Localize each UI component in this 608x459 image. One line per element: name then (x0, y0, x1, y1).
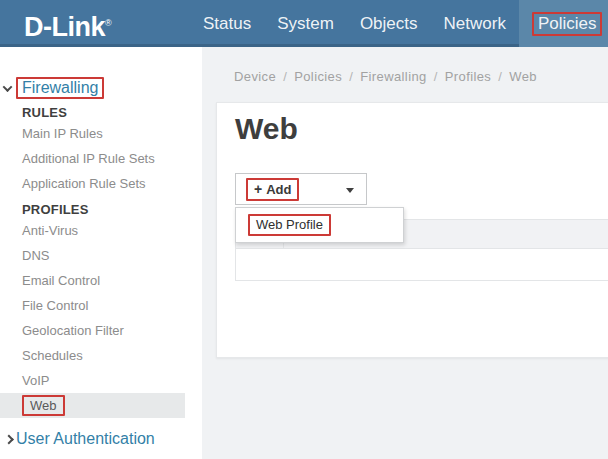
breadcrumb-firewalling[interactable]: Firewalling (360, 69, 427, 84)
nav-policies[interactable]: Policies (519, 0, 608, 47)
top-nav: Status System Objects Network Policies (190, 0, 608, 47)
breadcrumb-policies[interactable]: Policies (294, 69, 342, 84)
nav-network[interactable]: Network (431, 0, 519, 47)
sidebar-item-dns[interactable]: DNS (0, 243, 202, 268)
chevron-down-icon (3, 82, 13, 92)
add-dropdown-menu: Web Profile (235, 207, 404, 243)
sidebar-item-voip[interactable]: VoIP (0, 368, 202, 393)
annotation-box-firewalling: Firewalling (16, 77, 104, 99)
nav-policies-label: Policies (538, 14, 597, 33)
sidebar-item-main-ip-rules[interactable]: Main IP Rules (0, 121, 202, 146)
breadcrumb-device[interactable]: Device (234, 69, 276, 84)
main-content: Device/Policies/Firewalling/Profiles/Web… (202, 47, 608, 459)
sidebar-item-schedules[interactable]: Schedules (0, 343, 202, 368)
sidebar-item-additional-ip-rule-sets[interactable]: Additional IP Rule Sets (0, 146, 202, 171)
firewalling-label: Firewalling (22, 79, 98, 96)
annotation-box-add: +Add (246, 178, 299, 201)
annotation-box-web-profile: Web Profile (248, 214, 331, 236)
top-header: D-Link® Status System Objects Network Po… (0, 0, 608, 47)
breadcrumb-separator: / (349, 69, 353, 84)
sidebar-group-rules: RULES (22, 105, 202, 121)
breadcrumb-separator: / (434, 69, 438, 84)
page-title: Web (235, 109, 608, 149)
nav-status[interactable]: Status (190, 0, 264, 47)
breadcrumb: Device/Policies/Firewalling/Profiles/Web (234, 69, 608, 84)
sidebar-item-geolocation-filter[interactable]: Geolocation Filter (0, 318, 202, 343)
app-window: D-Link® Status System Objects Network Po… (0, 0, 608, 459)
add-button[interactable]: +Add (235, 173, 367, 205)
web-item-label: Web (30, 398, 57, 413)
sidebar-item-email-control[interactable]: Email Control (0, 268, 202, 293)
table-row (235, 249, 608, 281)
nav-system[interactable]: System (264, 0, 347, 47)
sidebar-item-web[interactable]: Web (0, 393, 185, 418)
chevron-right-icon (4, 434, 14, 444)
sidebar: Firewalling RULES Main IP Rules Addition… (0, 47, 202, 459)
plus-icon: + (254, 181, 262, 197)
breadcrumb-profiles[interactable]: Profiles (445, 69, 492, 84)
breadcrumb-separator: / (498, 69, 502, 84)
dlink-logo: D-Link® (24, 7, 111, 43)
content-panel: Web +Add Web Profile (216, 102, 608, 358)
menu-item-web-profile[interactable]: Web Profile (256, 217, 323, 232)
sidebar-group-profiles: PROFILES (22, 202, 202, 218)
sidebar-item-file-control[interactable]: File Control (0, 293, 202, 318)
logo-text: D-Link (24, 12, 105, 42)
annotation-box-policies: Policies (532, 12, 603, 36)
caret-down-icon (346, 188, 354, 193)
sidebar-item-firewalling[interactable]: Firewalling (0, 77, 202, 99)
user-authentication-label: User Authentication (16, 430, 155, 448)
breadcrumb-separator: / (283, 69, 287, 84)
annotation-box-web: Web (22, 395, 65, 416)
sidebar-item-user-authentication[interactable]: User Authentication (0, 428, 202, 450)
registered-mark: ® (105, 18, 111, 28)
add-button-label: Add (266, 182, 291, 197)
sidebar-item-application-rule-sets[interactable]: Application Rule Sets (0, 171, 202, 196)
sidebar-item-anti-virus[interactable]: Anti-Virus (0, 218, 202, 243)
nav-objects[interactable]: Objects (347, 0, 431, 47)
breadcrumb-web[interactable]: Web (509, 69, 537, 84)
